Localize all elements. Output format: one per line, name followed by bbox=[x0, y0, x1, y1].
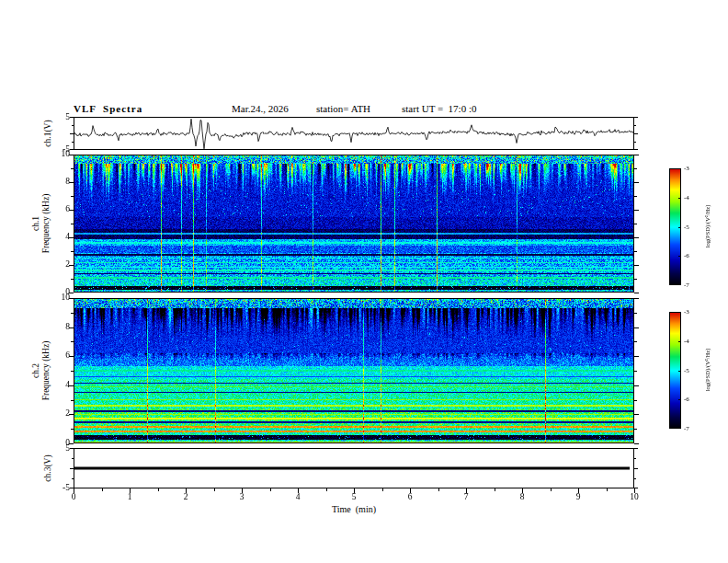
spec1-y-tick-mark bbox=[634, 251, 637, 252]
spec2-y-tick-mark bbox=[634, 313, 637, 314]
x-tick-label: 10 bbox=[625, 492, 643, 502]
spec1-y-tick-label: 4 bbox=[48, 232, 70, 242]
spec1-y-tick-mark bbox=[634, 224, 637, 224]
spec2-y-tick-mark bbox=[634, 429, 637, 430]
ch1-voltage-axis-label: ch.1(V) bbox=[43, 120, 53, 146]
spec1-y-tick-mark bbox=[634, 237, 639, 238]
colorbar-ch1-title: log(PSD)/(V²/Hz) bbox=[704, 205, 711, 248]
x-tick-mark bbox=[214, 488, 215, 491]
x-tick-mark bbox=[130, 488, 131, 493]
spec1-y-tick-mark bbox=[634, 279, 637, 280]
ch1-frequency-axis-label: ch.1 Frequency (kHz) bbox=[31, 194, 51, 254]
ch1-frequency-axis-label-line2: Frequency (kHz) bbox=[40, 194, 51, 254]
spec2-y-tick-mark bbox=[634, 400, 637, 401]
wave3-y-tick-label: 5 bbox=[48, 443, 70, 454]
x-tick-mark bbox=[466, 488, 467, 493]
x-tick-mark bbox=[438, 488, 439, 491]
spec2-y-tick-label: 10 bbox=[48, 293, 70, 303]
spec1-y-tick-label: 2 bbox=[48, 259, 70, 270]
colorbar-tick-label: -5 bbox=[684, 224, 699, 231]
x-tick-mark bbox=[326, 488, 327, 491]
colorbar-tick-label: -3 bbox=[684, 308, 699, 316]
x-tick-label: 3 bbox=[233, 492, 251, 502]
spec1-y-tick-label: 8 bbox=[48, 177, 70, 187]
station-label: station= ATH bbox=[316, 103, 370, 114]
colorbar-ch1-canvas bbox=[669, 168, 681, 285]
x-tick-mark bbox=[607, 488, 608, 491]
vlf-spectra-figure: VLF Spectra Mar.24., 2026 station= ATH s… bbox=[0, 0, 728, 563]
x-tick-mark bbox=[186, 488, 187, 493]
ch1-waveform-canvas bbox=[74, 117, 634, 150]
colorbar-tick-label: -4 bbox=[684, 338, 699, 345]
ch3-voltage-axis-label: ch.3(V) bbox=[43, 454, 53, 481]
spec1-y-tick-mark bbox=[634, 210, 639, 211]
x-tick-label: 1 bbox=[120, 492, 139, 502]
spec2-y-tick-mark bbox=[634, 385, 639, 386]
colorbar-tick-label: -7 bbox=[684, 282, 699, 289]
spec1-y-tick-mark bbox=[634, 265, 639, 266]
colorbar-tick-label: -3 bbox=[684, 165, 699, 172]
colorbar-tick-label: -5 bbox=[684, 367, 699, 374]
x-tick-mark bbox=[410, 488, 411, 493]
x-tick-mark bbox=[298, 488, 299, 493]
x-tick-mark bbox=[495, 488, 495, 491]
wave3-y-tick-mark bbox=[634, 468, 638, 469]
wave1-y-tick-mark bbox=[634, 125, 636, 126]
ch2-frequency-axis-label-line2: Frequency (kHz) bbox=[40, 341, 51, 401]
spec1-y-tick-mark bbox=[634, 182, 639, 183]
wave1-y-tick-mark bbox=[634, 133, 638, 134]
x-tick-mark bbox=[578, 488, 579, 493]
wave3-y-tick-mark bbox=[634, 488, 638, 488]
x-tick-mark bbox=[242, 488, 243, 493]
spec2-y-tick-label: 8 bbox=[48, 322, 70, 332]
spec2-y-tick-mark bbox=[634, 327, 639, 328]
wave3-y-tick-mark bbox=[634, 448, 638, 449]
x-tick-mark bbox=[522, 488, 523, 493]
spec2-y-tick-label: 0 bbox=[48, 438, 70, 448]
x-tick-mark bbox=[634, 488, 635, 493]
x-tick-label: 5 bbox=[345, 492, 363, 502]
ch2-frequency-axis-label: ch.2 Frequency (kHz) bbox=[31, 341, 51, 401]
spec2-y-tick-mark bbox=[634, 443, 639, 444]
start-ut-label: start UT = 17:0 :0 bbox=[402, 103, 476, 114]
spec2-y-tick-mark bbox=[69, 443, 74, 444]
ch3-waveform-canvas bbox=[74, 448, 634, 488]
wave1-y-tick-mark bbox=[634, 142, 636, 143]
ch2-frequency-axis-label-line1: ch.2 bbox=[31, 341, 41, 401]
spec1-y-tick-label: 6 bbox=[48, 204, 70, 214]
colorbar-tick-label: -6 bbox=[684, 396, 699, 403]
colorbar-tick-label: -4 bbox=[684, 194, 699, 201]
x-tick-mark bbox=[551, 488, 552, 491]
time-axis-label: Time (min) bbox=[299, 504, 409, 514]
ch1-spectrogram-canvas bbox=[74, 155, 634, 293]
spec2-y-tick-mark bbox=[634, 341, 637, 342]
figure-title: VLF Spectra bbox=[74, 103, 142, 114]
spec1-y-tick-label: 0 bbox=[48, 287, 70, 297]
x-tick-mark bbox=[102, 488, 103, 491]
colorbar-tick-label: -7 bbox=[684, 425, 699, 432]
ch1-frequency-axis-label-line1: ch.1 bbox=[31, 194, 41, 254]
x-tick-label: 7 bbox=[457, 492, 475, 502]
x-tick-mark bbox=[158, 488, 159, 491]
figure-date: Mar.24., 2026 bbox=[232, 103, 289, 114]
x-tick-mark bbox=[74, 488, 74, 493]
spec2-y-tick-mark bbox=[634, 356, 639, 357]
colorbar-ch2-canvas bbox=[669, 312, 681, 429]
x-tick-label: 0 bbox=[64, 492, 83, 502]
spec1-y-tick-mark bbox=[634, 155, 639, 155]
x-tick-mark bbox=[382, 488, 383, 491]
spec1-y-tick-mark bbox=[634, 168, 637, 169]
x-tick-label: 4 bbox=[289, 492, 307, 502]
spec1-y-tick-mark bbox=[69, 293, 74, 293]
x-tick-label: 2 bbox=[176, 492, 195, 502]
wave1-y-tick-mark bbox=[634, 149, 638, 150]
wave3-y-tick-mark bbox=[634, 458, 636, 459]
spec2-y-tick-label: 2 bbox=[48, 408, 70, 419]
spec2-y-tick-mark bbox=[634, 298, 639, 299]
spec2-y-tick-label: 6 bbox=[48, 350, 70, 361]
spec1-y-tick-label: 10 bbox=[48, 149, 70, 159]
wave3-y-tick-mark bbox=[634, 478, 636, 479]
spec1-y-tick-mark bbox=[634, 293, 639, 293]
spec2-y-tick-mark bbox=[634, 371, 637, 372]
spec2-y-tick-mark bbox=[634, 414, 639, 415]
